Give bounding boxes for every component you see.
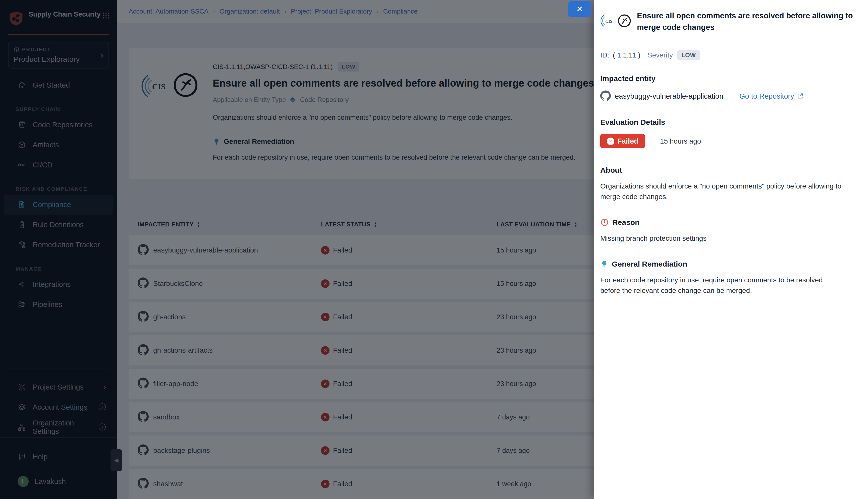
- circle-x-icon: ✕: [607, 137, 614, 145]
- cis-logo-small: CIS: [600, 14, 615, 29]
- app-root: Supply Chain Security PROJECT Product Ex…: [0, 0, 868, 499]
- id-value: ( 1.1.11 ): [613, 51, 640, 59]
- severity-badge: LOW: [677, 50, 700, 60]
- general-remediation-heading: General Remediation: [612, 260, 687, 268]
- modal-overlay[interactable]: [0, 0, 594, 499]
- about-text: Organizations should enforce a "no open …: [600, 181, 841, 202]
- about-heading: About: [600, 166, 857, 174]
- failed-status-badge: ✕ Failed: [600, 134, 645, 148]
- github-icon: [600, 90, 611, 102]
- alert-circle-icon: [600, 218, 609, 227]
- general-remediation-text: For each code repository in use, require…: [600, 275, 841, 296]
- owasp-logo-small: [617, 14, 631, 29]
- impacted-entity-heading: Impacted entity: [600, 74, 857, 83]
- rule-id-row: ID: ( 1.1.11 ) Severity LOW: [600, 50, 857, 60]
- detail-panel: CIS Ensure all open comments are resolve…: [594, 0, 868, 499]
- go-to-repository-link[interactable]: Go to Repository: [739, 92, 804, 100]
- evaluation-time: 15 hours ago: [660, 137, 701, 145]
- entity-name: easybuggy-vulnerable-application: [615, 92, 723, 100]
- reason-heading: Reason: [612, 218, 639, 227]
- id-label: ID:: [600, 51, 609, 59]
- evaluation-details-heading: Evaluation Details: [600, 118, 857, 126]
- impacted-entity-row: easybuggy-vulnerable-application Go to R…: [600, 90, 857, 102]
- lightbulb-icon: [600, 260, 608, 268]
- evaluation-status-row: ✕ Failed 15 hours ago: [600, 134, 857, 148]
- svg-text:CIS: CIS: [605, 19, 612, 24]
- close-panel-button[interactable]: ✕: [568, 1, 591, 17]
- external-link-icon: [797, 93, 804, 100]
- reason-text: Missing branch protection settings: [600, 233, 841, 244]
- severity-label: Severity: [648, 51, 673, 59]
- panel-title: Ensure all open comments are resolved be…: [637, 10, 857, 33]
